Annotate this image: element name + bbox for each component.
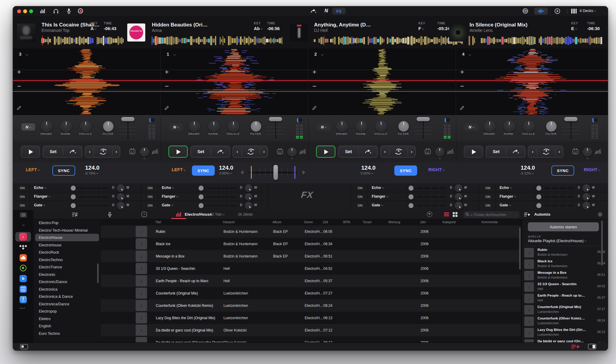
crossfader-right-arrow[interactable] [303, 170, 305, 174]
fx-on-button[interactable]: ON [355, 194, 365, 199]
neural-mix-icon[interactable]: N [325, 8, 328, 14]
fx-amount-track[interactable] [536, 205, 574, 206]
cue-mix-knob[interactable] [149, 117, 156, 123]
column-header[interactable]: Wertung [388, 220, 400, 224]
zoom-in-icon[interactable]: + [460, 68, 464, 76]
fx-on-button[interactable]: ON [145, 185, 155, 191]
deck-count-selector[interactable]: 4 Decks [580, 9, 596, 13]
loop-halve-button[interactable]: ‹ [381, 146, 389, 157]
zoom-in-icon[interactable]: + [313, 68, 316, 76]
fx-selector[interactable]: Flanger [500, 194, 516, 199]
songs-tab-icon[interactable]: ♪ [142, 212, 147, 217]
fx-drywet-knob[interactable] [583, 184, 590, 192]
waveform-view-button[interactable] [534, 8, 548, 15]
loop-double-button[interactable]: › [260, 146, 268, 157]
volume-fader-handle[interactable] [564, 117, 578, 121]
automix-queue-item[interactable]: ♪Counterfunk (Original Mix)Luetzenkirche… [522, 304, 608, 316]
column-header[interactable]: Jahr [420, 220, 426, 224]
cue-group[interactable]: Set [486, 146, 525, 158]
fx-selector[interactable]: Gate [34, 203, 45, 207]
tempo-percent[interactable]: -0.79% [85, 171, 98, 175]
filter-knob[interactable] [546, 121, 557, 132]
fx-drywet-knob[interactable] [583, 193, 590, 201]
loop-double-button[interactable]: › [408, 146, 416, 157]
genre-list-item[interactable]: Euro Techno [39, 332, 60, 336]
wave-deck-number[interactable]: 3 [19, 51, 21, 57]
genre-list-item[interactable]: English [39, 324, 51, 328]
fx-amount-track[interactable] [70, 196, 109, 197]
vocals-knob[interactable] [80, 121, 91, 132]
genre-list-item[interactable]: Electro-Pop [39, 221, 58, 225]
fx-on-button[interactable]: ON [483, 194, 493, 199]
deck-gain-knob[interactable] [288, 147, 297, 156]
column-header[interactable]: Interpret [223, 220, 235, 224]
fx-drywet-knob[interactable] [583, 202, 590, 209]
fx-stack-icon[interactable] [151, 148, 159, 155]
column-header[interactable]: BPM [343, 220, 350, 224]
table-row[interactable]: ♪Black IceBodzin & HuntemannBlack EPElec… [101, 238, 521, 250]
quantize-arrow-icon[interactable] [310, 8, 317, 14]
filter-knob[interactable] [103, 121, 114, 132]
beatsource-source-icon[interactable]: b [20, 275, 27, 282]
fx-selector[interactable]: Echo [162, 186, 174, 190]
fx-selector[interactable]: Gate [372, 203, 383, 207]
fx-on-button[interactable]: ON [483, 185, 493, 191]
automix-queue-item[interactable]: ♪Black IceBodzin & Huntemann06:34 [522, 258, 608, 270]
fx-on-button[interactable]: ON [17, 203, 27, 208]
column-header[interactable]: Titel [155, 220, 161, 224]
fx-selector[interactable]: Flanger [162, 194, 178, 199]
fx-on-button[interactable]: ON [355, 185, 365, 191]
close-button[interactable] [17, 9, 21, 13]
track-overview-waveform[interactable] [468, 36, 603, 45]
fx-amount-handle[interactable] [71, 186, 76, 191]
deck-assign-selector[interactable]: LEFT [26, 167, 39, 172]
table-row[interactable]: ♪Da bleibt er ganz cool (Silversurfer Re… [101, 336, 521, 342]
album-art[interactable] [449, 23, 467, 42]
fx-drywet-knob[interactable] [455, 193, 462, 201]
automix-queue-item[interactable]: ♪Lazy Dog Bites the Dirt (Ori…Luetzenkir… [522, 327, 608, 338]
fx-amount-track[interactable] [198, 205, 236, 206]
zoom-out-icon[interactable]: − [17, 82, 21, 90]
fx-amount-handle[interactable] [408, 194, 414, 199]
column-header[interactable]: Kategorie [442, 220, 456, 224]
set-cue-button[interactable]: Set [191, 146, 211, 157]
fx-amount-handle[interactable] [71, 203, 76, 208]
cue-group[interactable]: Set [338, 146, 378, 158]
crossfader-handle[interactable] [273, 165, 278, 180]
cue-group[interactable]: Set [190, 146, 230, 158]
table-row[interactable]: ♪Da bleibt er ganz cool (Original Mix)Ol… [101, 324, 521, 336]
fx-drywet-knob[interactable] [455, 184, 462, 192]
automix-queue-item[interactable]: ♪Counterfunk (Oliver Koletz…Luetzenkirch… [522, 316, 608, 327]
vocals-knob[interactable] [376, 121, 387, 132]
fx-amount-handle[interactable] [408, 186, 414, 191]
cue-mix-knob[interactable] [592, 117, 599, 123]
vocals-knob[interactable] [228, 121, 239, 132]
automix-start-button[interactable]: Automix starten [528, 222, 599, 231]
genre-list-item[interactable]: Electronica & Dance [39, 295, 73, 299]
loop-toggle-button[interactable]: 4 [537, 146, 555, 157]
album-art[interactable] [17, 23, 35, 42]
loop-group[interactable]: ‹4› [528, 146, 563, 158]
deck-gain-knob[interactable] [140, 147, 149, 156]
loop-double-button[interactable]: › [555, 146, 563, 157]
fx-stack-icon[interactable] [594, 148, 602, 155]
fx-on-button[interactable]: ON [355, 203, 365, 208]
zoom-in-icon[interactable]: + [165, 68, 169, 76]
browser-toggle-icon[interactable] [20, 344, 28, 349]
tempo-percent[interactable]: -3.12% [520, 171, 534, 175]
genre-list-item[interactable]: Electronic/Dance [39, 280, 67, 284]
eq-bars-icon[interactable] [40, 8, 45, 14]
table-row[interactable]: ♪Counterfunk (Original Mix)Luetzenkirche… [101, 287, 521, 299]
fx-drywet-knob[interactable] [117, 193, 125, 201]
volume-fader-handle[interactable] [269, 117, 282, 121]
more-sources-icon[interactable]: ··· [20, 306, 25, 311]
harmonic-knob[interactable] [61, 121, 72, 132]
wave-deck-number[interactable]: 2 [314, 51, 317, 57]
deck-layout-icon[interactable] [571, 9, 577, 14]
fx-amount-handle[interactable] [71, 194, 76, 199]
automix-queue-item[interactable]: ♪33 1/3 Queen - SearchinHell04:52 [522, 281, 608, 293]
zoom-button[interactable] [29, 9, 33, 13]
music-library-icon[interactable]: ♪ [19, 233, 27, 241]
drums-knob[interactable] [189, 121, 200, 132]
wave-deck-number[interactable]: 1 [167, 51, 169, 57]
